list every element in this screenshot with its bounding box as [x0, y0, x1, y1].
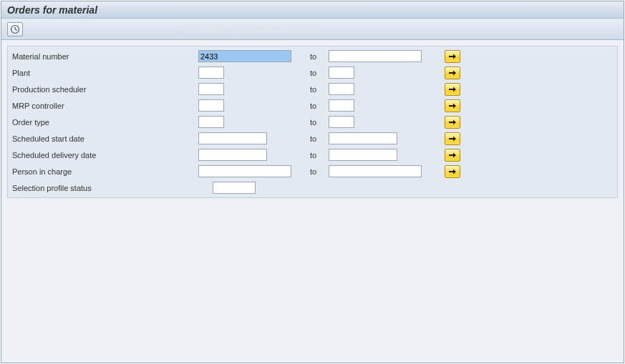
clock-execute-icon — [10, 24, 20, 34]
to-label: to — [310, 151, 329, 159]
order-type-from-input[interactable] — [198, 116, 224, 128]
order-type-multi-button[interactable] — [445, 116, 460, 129]
arrow-right-icon — [448, 152, 457, 159]
title-bar: Orders for material — [1, 1, 624, 19]
row-scheduled-start-date: Scheduled start date to — [8, 130, 617, 147]
scheduled-start-date-to-input[interactable] — [329, 132, 397, 144]
mrp-controller-from-input[interactable] — [198, 99, 224, 112]
label-scheduled-start-date: Scheduled start date — [12, 134, 198, 143]
to-label: to — [310, 69, 329, 77]
arrow-right-icon — [448, 102, 457, 109]
material-number-to-input[interactable] — [329, 50, 422, 62]
mrp-controller-multi-button[interactable] — [445, 99, 460, 112]
order-type-to-input[interactable] — [329, 116, 354, 128]
arrow-right-icon — [448, 86, 457, 93]
label-mrp-controller: MRP controller — [12, 102, 198, 110]
to-label: to — [310, 118, 329, 127]
row-production-scheduler: Production scheduler to — [8, 81, 617, 97]
to-label: to — [310, 52, 329, 61]
arrow-right-icon — [448, 168, 457, 175]
row-person-in-charge: Person in charge to — [8, 163, 617, 179]
row-plant: Plant to — [8, 64, 617, 81]
row-mrp-controller: MRP controller to — [8, 97, 617, 114]
to-label: to — [310, 134, 329, 143]
plant-multi-button[interactable] — [445, 67, 460, 79]
page-title: Orders for material — [7, 4, 97, 16]
material-number-multi-button[interactable] — [445, 50, 460, 63]
arrow-right-icon — [448, 53, 457, 60]
to-label: to — [310, 102, 329, 110]
label-person-in-charge: Person in charge — [12, 167, 198, 176]
watermark: © www.tutorialkart.com — [182, 21, 321, 36]
label-material-number: Material number — [12, 52, 198, 61]
person-in-charge-multi-button[interactable] — [445, 165, 460, 178]
production-scheduler-to-input[interactable] — [329, 83, 354, 95]
arrow-right-icon — [448, 135, 457, 142]
scheduled-start-date-multi-button[interactable] — [445, 132, 460, 145]
to-label: to — [310, 167, 329, 176]
plant-to-input[interactable] — [329, 67, 354, 79]
label-production-scheduler: Production scheduler — [12, 85, 198, 94]
arrow-right-icon — [448, 69, 457, 77]
plant-from-input[interactable] — [198, 67, 224, 79]
mrp-controller-to-input[interactable] — [329, 99, 354, 112]
row-material-number: Material number to — [8, 48, 617, 64]
person-in-charge-from-input[interactable] — [198, 165, 291, 177]
scheduled-delivery-date-from-input[interactable] — [198, 149, 267, 161]
row-selection-profile-status: Selection profile status — [8, 179, 617, 196]
material-number-from-input[interactable] — [198, 50, 291, 62]
row-scheduled-delivery-date: Scheduled delivery date to — [8, 147, 617, 163]
label-order-type: Order type — [12, 118, 198, 127]
row-order-type: Order type to — [8, 114, 617, 130]
svg-line-2 — [15, 29, 17, 31]
label-selection-profile-status: Selection profile status — [12, 184, 198, 192]
label-scheduled-delivery-date: Scheduled delivery date — [12, 151, 198, 159]
content-area: Material number to Plant to — [1, 40, 624, 204]
selection-profile-status-input[interactable] — [213, 182, 256, 194]
production-scheduler-multi-button[interactable] — [445, 83, 460, 96]
toolbar: © www.tutorialkart.com — [1, 19, 624, 40]
window: Orders for material © www.tutorialkart.c… — [1, 1, 624, 363]
arrow-right-icon — [448, 119, 457, 126]
label-plant: Plant — [12, 69, 198, 77]
to-label: to — [310, 85, 329, 94]
production-scheduler-from-input[interactable] — [198, 83, 224, 95]
person-in-charge-to-input[interactable] — [329, 165, 422, 177]
selection-panel: Material number to Plant to — [7, 46, 618, 198]
scheduled-delivery-date-to-input[interactable] — [329, 149, 397, 161]
scheduled-delivery-date-multi-button[interactable] — [445, 149, 460, 162]
execute-button[interactable] — [7, 22, 23, 36]
scheduled-start-date-from-input[interactable] — [198, 132, 267, 144]
